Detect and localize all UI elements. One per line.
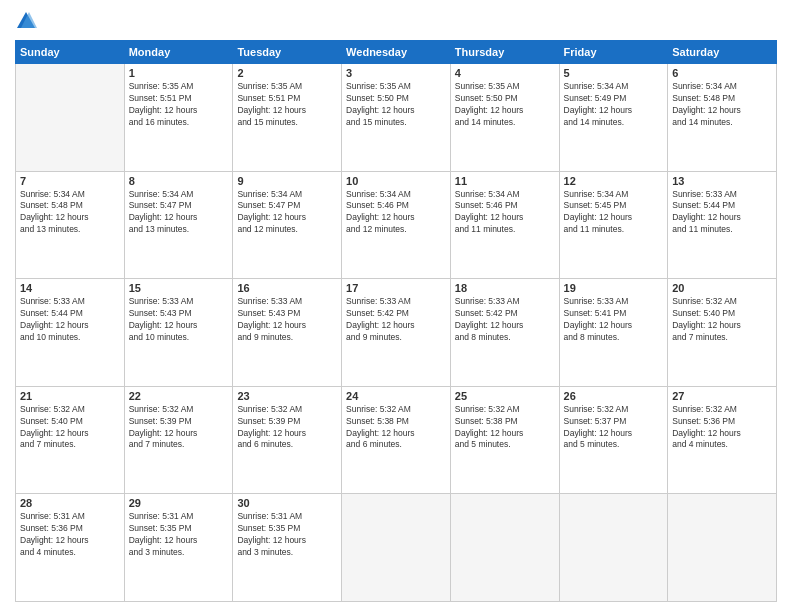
- calendar-cell: 9Sunrise: 5:34 AM Sunset: 5:47 PM Daylig…: [233, 171, 342, 279]
- day-info: Sunrise: 5:34 AM Sunset: 5:46 PM Dayligh…: [455, 189, 555, 237]
- day-number: 10: [346, 175, 446, 187]
- day-info: Sunrise: 5:33 AM Sunset: 5:44 PM Dayligh…: [20, 296, 120, 344]
- day-info: Sunrise: 5:32 AM Sunset: 5:40 PM Dayligh…: [20, 404, 120, 452]
- day-number: 12: [564, 175, 664, 187]
- col-header-thursday: Thursday: [450, 41, 559, 64]
- day-number: 5: [564, 67, 664, 79]
- calendar-cell: 29Sunrise: 5:31 AM Sunset: 5:35 PM Dayli…: [124, 494, 233, 602]
- day-info: Sunrise: 5:33 AM Sunset: 5:43 PM Dayligh…: [129, 296, 229, 344]
- day-number: 14: [20, 282, 120, 294]
- calendar-cell: 2Sunrise: 5:35 AM Sunset: 5:51 PM Daylig…: [233, 64, 342, 172]
- col-header-tuesday: Tuesday: [233, 41, 342, 64]
- calendar-cell: 27Sunrise: 5:32 AM Sunset: 5:36 PM Dayli…: [668, 386, 777, 494]
- day-info: Sunrise: 5:32 AM Sunset: 5:39 PM Dayligh…: [237, 404, 337, 452]
- calendar-cell: 24Sunrise: 5:32 AM Sunset: 5:38 PM Dayli…: [342, 386, 451, 494]
- calendar-cell: 28Sunrise: 5:31 AM Sunset: 5:36 PM Dayli…: [16, 494, 125, 602]
- calendar-cell: 5Sunrise: 5:34 AM Sunset: 5:49 PM Daylig…: [559, 64, 668, 172]
- day-info: Sunrise: 5:32 AM Sunset: 5:40 PM Dayligh…: [672, 296, 772, 344]
- day-info: Sunrise: 5:32 AM Sunset: 5:38 PM Dayligh…: [346, 404, 446, 452]
- day-number: 16: [237, 282, 337, 294]
- calendar-cell: 16Sunrise: 5:33 AM Sunset: 5:43 PM Dayli…: [233, 279, 342, 387]
- calendar-cell: [559, 494, 668, 602]
- day-info: Sunrise: 5:32 AM Sunset: 5:38 PM Dayligh…: [455, 404, 555, 452]
- calendar-cell: 13Sunrise: 5:33 AM Sunset: 5:44 PM Dayli…: [668, 171, 777, 279]
- day-info: Sunrise: 5:35 AM Sunset: 5:50 PM Dayligh…: [455, 81, 555, 129]
- day-info: Sunrise: 5:34 AM Sunset: 5:49 PM Dayligh…: [564, 81, 664, 129]
- calendar-cell: 12Sunrise: 5:34 AM Sunset: 5:45 PM Dayli…: [559, 171, 668, 279]
- day-info: Sunrise: 5:34 AM Sunset: 5:48 PM Dayligh…: [672, 81, 772, 129]
- day-info: Sunrise: 5:34 AM Sunset: 5:45 PM Dayligh…: [564, 189, 664, 237]
- col-header-monday: Monday: [124, 41, 233, 64]
- day-number: 3: [346, 67, 446, 79]
- calendar-cell: 18Sunrise: 5:33 AM Sunset: 5:42 PM Dayli…: [450, 279, 559, 387]
- calendar-cell: [450, 494, 559, 602]
- day-info: Sunrise: 5:33 AM Sunset: 5:42 PM Dayligh…: [346, 296, 446, 344]
- day-number: 23: [237, 390, 337, 402]
- day-info: Sunrise: 5:35 AM Sunset: 5:51 PM Dayligh…: [129, 81, 229, 129]
- day-info: Sunrise: 5:35 AM Sunset: 5:50 PM Dayligh…: [346, 81, 446, 129]
- calendar-cell: 30Sunrise: 5:31 AM Sunset: 5:35 PM Dayli…: [233, 494, 342, 602]
- day-number: 2: [237, 67, 337, 79]
- calendar-cell: [668, 494, 777, 602]
- calendar-cell: 23Sunrise: 5:32 AM Sunset: 5:39 PM Dayli…: [233, 386, 342, 494]
- calendar-cell: 8Sunrise: 5:34 AM Sunset: 5:47 PM Daylig…: [124, 171, 233, 279]
- day-number: 17: [346, 282, 446, 294]
- col-header-wednesday: Wednesday: [342, 41, 451, 64]
- calendar-cell: 7Sunrise: 5:34 AM Sunset: 5:48 PM Daylig…: [16, 171, 125, 279]
- day-number: 30: [237, 497, 337, 509]
- calendar-cell: 6Sunrise: 5:34 AM Sunset: 5:48 PM Daylig…: [668, 64, 777, 172]
- day-number: 9: [237, 175, 337, 187]
- day-info: Sunrise: 5:34 AM Sunset: 5:46 PM Dayligh…: [346, 189, 446, 237]
- day-number: 20: [672, 282, 772, 294]
- day-number: 24: [346, 390, 446, 402]
- header: [15, 10, 777, 32]
- day-number: 11: [455, 175, 555, 187]
- day-info: Sunrise: 5:34 AM Sunset: 5:47 PM Dayligh…: [237, 189, 337, 237]
- day-number: 8: [129, 175, 229, 187]
- calendar-cell: 1Sunrise: 5:35 AM Sunset: 5:51 PM Daylig…: [124, 64, 233, 172]
- page: SundayMondayTuesdayWednesdayThursdayFrid…: [0, 0, 792, 612]
- day-number: 22: [129, 390, 229, 402]
- calendar-cell: 17Sunrise: 5:33 AM Sunset: 5:42 PM Dayli…: [342, 279, 451, 387]
- calendar-cell: 10Sunrise: 5:34 AM Sunset: 5:46 PM Dayli…: [342, 171, 451, 279]
- calendar-cell: 15Sunrise: 5:33 AM Sunset: 5:43 PM Dayli…: [124, 279, 233, 387]
- day-number: 15: [129, 282, 229, 294]
- day-info: Sunrise: 5:32 AM Sunset: 5:36 PM Dayligh…: [672, 404, 772, 452]
- day-info: Sunrise: 5:33 AM Sunset: 5:43 PM Dayligh…: [237, 296, 337, 344]
- calendar-cell: [16, 64, 125, 172]
- day-number: 1: [129, 67, 229, 79]
- calendar-cell: 26Sunrise: 5:32 AM Sunset: 5:37 PM Dayli…: [559, 386, 668, 494]
- day-number: 6: [672, 67, 772, 79]
- logo-icon: [15, 10, 37, 32]
- calendar-cell: 4Sunrise: 5:35 AM Sunset: 5:50 PM Daylig…: [450, 64, 559, 172]
- calendar-table: SundayMondayTuesdayWednesdayThursdayFrid…: [15, 40, 777, 602]
- calendar-cell: 22Sunrise: 5:32 AM Sunset: 5:39 PM Dayli…: [124, 386, 233, 494]
- calendar-cell: 25Sunrise: 5:32 AM Sunset: 5:38 PM Dayli…: [450, 386, 559, 494]
- day-info: Sunrise: 5:33 AM Sunset: 5:44 PM Dayligh…: [672, 189, 772, 237]
- day-number: 7: [20, 175, 120, 187]
- day-number: 13: [672, 175, 772, 187]
- logo: [15, 10, 41, 32]
- col-header-saturday: Saturday: [668, 41, 777, 64]
- calendar-cell: 19Sunrise: 5:33 AM Sunset: 5:41 PM Dayli…: [559, 279, 668, 387]
- day-info: Sunrise: 5:31 AM Sunset: 5:35 PM Dayligh…: [129, 511, 229, 559]
- day-info: Sunrise: 5:31 AM Sunset: 5:35 PM Dayligh…: [237, 511, 337, 559]
- day-info: Sunrise: 5:31 AM Sunset: 5:36 PM Dayligh…: [20, 511, 120, 559]
- col-header-sunday: Sunday: [16, 41, 125, 64]
- day-number: 19: [564, 282, 664, 294]
- day-number: 4: [455, 67, 555, 79]
- day-number: 28: [20, 497, 120, 509]
- day-info: Sunrise: 5:32 AM Sunset: 5:37 PM Dayligh…: [564, 404, 664, 452]
- day-info: Sunrise: 5:35 AM Sunset: 5:51 PM Dayligh…: [237, 81, 337, 129]
- day-number: 18: [455, 282, 555, 294]
- day-number: 29: [129, 497, 229, 509]
- day-info: Sunrise: 5:32 AM Sunset: 5:39 PM Dayligh…: [129, 404, 229, 452]
- day-number: 21: [20, 390, 120, 402]
- day-number: 25: [455, 390, 555, 402]
- calendar-cell: 14Sunrise: 5:33 AM Sunset: 5:44 PM Dayli…: [16, 279, 125, 387]
- day-info: Sunrise: 5:34 AM Sunset: 5:47 PM Dayligh…: [129, 189, 229, 237]
- day-info: Sunrise: 5:33 AM Sunset: 5:42 PM Dayligh…: [455, 296, 555, 344]
- day-number: 27: [672, 390, 772, 402]
- calendar-cell: [342, 494, 451, 602]
- day-number: 26: [564, 390, 664, 402]
